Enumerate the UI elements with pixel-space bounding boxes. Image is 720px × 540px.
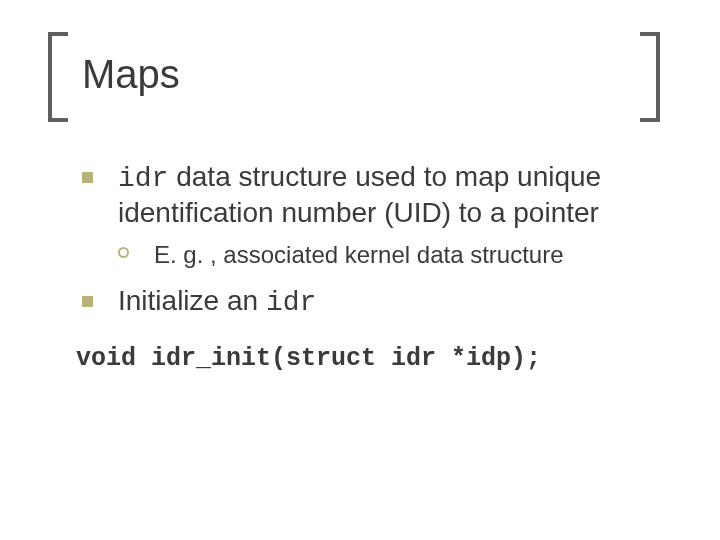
slide-body: idr data structure used to map unique id… bbox=[82, 160, 662, 373]
square-bullet-icon bbox=[82, 172, 93, 183]
circle-bullet-icon bbox=[118, 247, 129, 258]
slide: Maps idr data structure used to map uniq… bbox=[0, 0, 720, 540]
code-inline: idr bbox=[266, 287, 316, 318]
bracket-right-icon bbox=[640, 32, 660, 122]
code-inline: idr bbox=[118, 163, 168, 194]
code-line: void idr_init(struct idr *idp); bbox=[76, 344, 662, 373]
sub-bullet-item-1: E. g. , associated kernel data structure bbox=[118, 239, 662, 270]
slide-title: Maps bbox=[82, 52, 180, 97]
bullet-text: Initialize an bbox=[118, 285, 266, 316]
bracket-left-icon bbox=[48, 32, 68, 122]
bullet-text: data structure used to map unique identi… bbox=[118, 161, 601, 228]
bullet-item-2: Initialize an idr bbox=[82, 284, 662, 320]
sub-bullet-text: E. g. , associated kernel data structure bbox=[154, 241, 564, 268]
square-bullet-icon bbox=[82, 296, 93, 307]
bullet-item-1: idr data structure used to map unique id… bbox=[82, 160, 662, 229]
